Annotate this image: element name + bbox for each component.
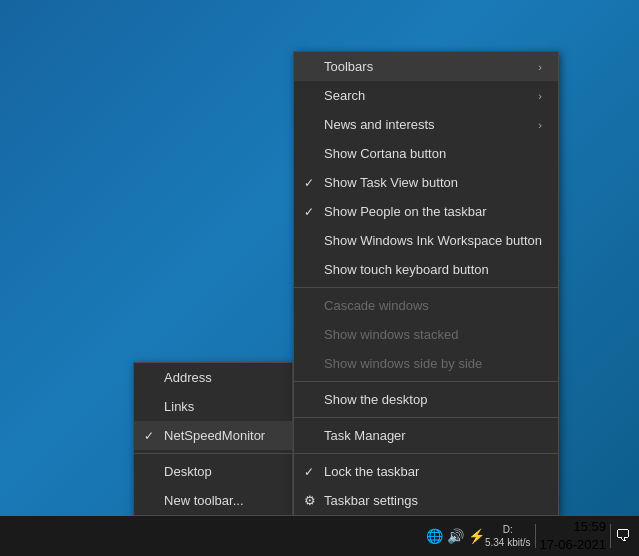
- menu-label-side-by-side: Show windows side by side: [324, 356, 482, 371]
- sep-after-side-by-side: [294, 381, 558, 382]
- checkmark-show-people: ✓: [304, 205, 314, 219]
- volume-icon: 🔊: [447, 528, 464, 544]
- menu-label-show-task-view: Show Task View button: [324, 175, 458, 190]
- taskbar-divider-2: [610, 524, 611, 548]
- menu-item-side-by-side: Show windows side by side: [294, 349, 558, 378]
- checkmark-netspeedmonitor: ✓: [144, 429, 154, 443]
- menu-item-task-manager[interactable]: Task Manager: [294, 421, 558, 450]
- menu-item-show-touch[interactable]: Show touch keyboard button: [294, 255, 558, 284]
- clock-date: 17-06-2021: [540, 536, 607, 554]
- menu-item-toolbars[interactable]: Toolbars›: [294, 52, 558, 81]
- menu-label-toolbars: Toolbars: [324, 59, 373, 74]
- system-tray: 🌐 🔊 ⚡: [426, 528, 485, 544]
- taskbar-divider: [535, 524, 536, 548]
- submenu-item-desktop[interactable]: Desktop: [134, 457, 292, 486]
- gear-icon-taskbar-settings: ⚙: [304, 493, 316, 508]
- menu-label-stacked: Show windows stacked: [324, 327, 458, 342]
- menu-label-show-people: Show People on the taskbar: [324, 204, 487, 219]
- menu-item-show-ink[interactable]: Show Windows Ink Workspace button: [294, 226, 558, 255]
- menu-label-lock-taskbar: Lock the taskbar: [324, 464, 419, 479]
- submenu-item-new-toolbar[interactable]: New toolbar...: [134, 486, 292, 515]
- menu-label-news-interests: News and interests: [324, 117, 435, 132]
- menu-label-show-ink: Show Windows Ink Workspace button: [324, 233, 542, 248]
- submenu-item-links[interactable]: Links: [134, 392, 292, 421]
- separator-before-new-toolbar: [134, 453, 292, 454]
- menu-item-taskbar-settings[interactable]: ⚙Taskbar settings: [294, 486, 558, 515]
- speed-value: 5.34 kbit/s: [485, 536, 531, 549]
- menu-label-show-touch: Show touch keyboard button: [324, 262, 489, 277]
- menu-item-cascade: Cascade windows: [294, 291, 558, 320]
- arrow-search: ›: [526, 90, 542, 102]
- menu-item-search[interactable]: Search›: [294, 81, 558, 110]
- clock-time: 15:59: [540, 518, 607, 536]
- battery-icon: ⚡: [468, 528, 485, 544]
- menu-item-lock-taskbar[interactable]: ✓Lock the taskbar: [294, 457, 558, 486]
- menu-label-search: Search: [324, 88, 365, 103]
- context-menu-wrapper: AddressLinks✓NetSpeedMonitorDesktopNew t…: [133, 51, 559, 516]
- taskbar-clock: 15:59 17-06-2021: [540, 518, 607, 554]
- taskbar: 🌐 🔊 ⚡ D: 5.34 kbit/s 15:59 17-06-2021 🗨: [0, 516, 639, 556]
- submenu-item-address[interactable]: Address: [134, 363, 292, 392]
- checkmark-lock-taskbar: ✓: [304, 465, 314, 479]
- arrow-toolbars: ›: [526, 61, 542, 73]
- menu-item-label-desktop: Desktop: [164, 464, 212, 479]
- main-context-menu: Toolbars›Search›News and interests›Show …: [293, 51, 559, 516]
- sep-after-show-touch: [294, 287, 558, 288]
- desktop: AddressLinks✓NetSpeedMonitorDesktopNew t…: [0, 0, 639, 556]
- submenu-item-netspeedmonitor[interactable]: ✓NetSpeedMonitor: [134, 421, 292, 450]
- menu-label-show-cortana: Show Cortana button: [324, 146, 446, 161]
- menu-label-show-desktop: Show the desktop: [324, 392, 427, 407]
- menu-item-label-new-toolbar: New toolbar...: [164, 493, 244, 508]
- menu-label-taskbar-settings: Taskbar settings: [324, 493, 418, 508]
- notification-icon[interactable]: 🗨: [615, 527, 631, 545]
- menu-item-show-desktop[interactable]: Show the desktop: [294, 385, 558, 414]
- network-icon: 🌐: [426, 528, 443, 544]
- menu-item-show-people[interactable]: ✓Show People on the taskbar: [294, 197, 558, 226]
- arrow-news-interests: ›: [526, 119, 542, 131]
- menu-item-show-task-view[interactable]: ✓Show Task View button: [294, 168, 558, 197]
- menu-item-label-address: Address: [164, 370, 212, 385]
- menu-item-label-links: Links: [164, 399, 194, 414]
- toolbars-submenu: AddressLinks✓NetSpeedMonitorDesktopNew t…: [133, 362, 293, 516]
- speed-monitor: D: 5.34 kbit/s: [485, 523, 531, 549]
- menu-label-task-manager: Task Manager: [324, 428, 406, 443]
- menu-label-cascade: Cascade windows: [324, 298, 429, 313]
- menu-item-show-cortana[interactable]: Show Cortana button: [294, 139, 558, 168]
- sep-after-show-desktop: [294, 417, 558, 418]
- checkmark-show-task-view: ✓: [304, 176, 314, 190]
- menu-item-stacked: Show windows stacked: [294, 320, 558, 349]
- menu-item-label-netspeedmonitor: NetSpeedMonitor: [164, 428, 265, 443]
- menu-item-news-interests[interactable]: News and interests›: [294, 110, 558, 139]
- sep-after-task-manager: [294, 453, 558, 454]
- speed-label: D:: [485, 523, 531, 536]
